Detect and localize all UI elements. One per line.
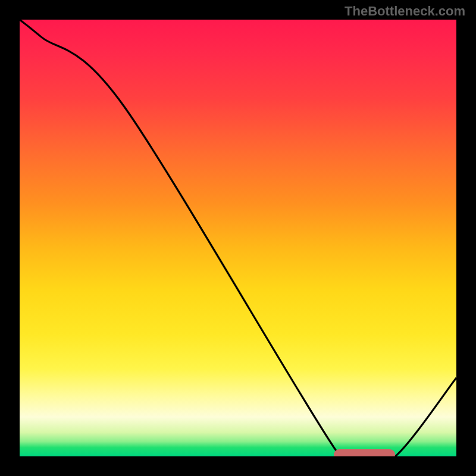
optimal-range-marker xyxy=(334,449,395,456)
plot-area xyxy=(20,20,456,456)
bottleneck-curve xyxy=(20,20,456,456)
watermark-text: TheBottleneck.com xyxy=(345,4,465,19)
